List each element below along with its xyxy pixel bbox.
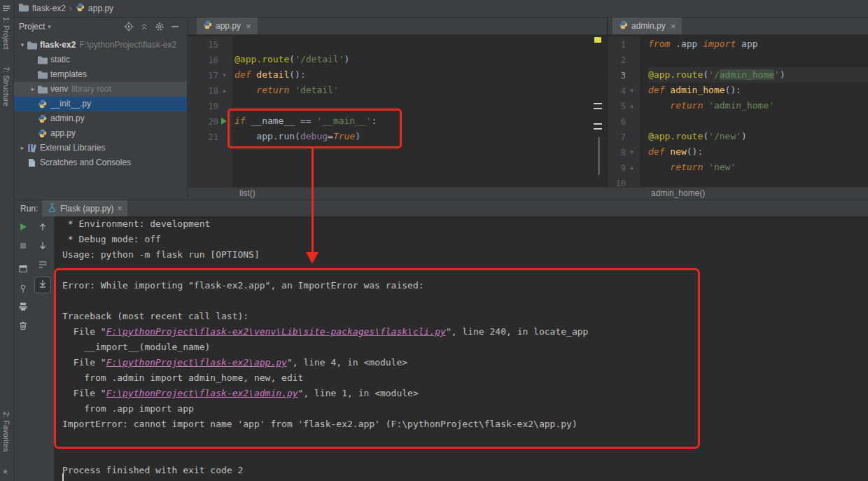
console-file-link[interactable]: F:\pythonProject\flask-ex2\admin.py — [106, 388, 298, 398]
fold-open-icon[interactable]: ▾ — [218, 67, 230, 83]
code-line[interactable]: @app.route('/new') — [648, 129, 868, 144]
console-text: * Debug mode: off — [62, 234, 161, 244]
project-tree: ▾flask-ex2F:\pythonProject\flask-ex2stat… — [13, 36, 187, 170]
breadcrumb-file[interactable]: app.py — [88, 4, 113, 13]
left-editor-breadcrumb[interactable]: list() — [239, 188, 255, 198]
tab-label: app.py — [216, 21, 241, 31]
down-stack-trace-button[interactable] — [35, 239, 50, 255]
console-line: File "F:\pythonProject\flask-ex2\app.py"… — [62, 355, 868, 370]
stop-button[interactable] — [15, 239, 31, 255]
console-line — [62, 263, 868, 278]
code-token: ( — [703, 69, 708, 80]
line-number: 6 — [608, 114, 626, 130]
line-number: 21 — [188, 130, 218, 145]
chevron-open-icon[interactable]: ▾ — [18, 38, 27, 53]
hide-panel-button[interactable] — [169, 20, 181, 33]
console-file-link[interactable]: F:\pythonProject\flask-ex2\venv\Lib\site… — [106, 326, 446, 337]
project-panel-title[interactable]: Project — [19, 22, 45, 32]
code-line[interactable]: from .app import app — [648, 36, 868, 52]
close-tab-icon[interactable]: × — [671, 21, 676, 32]
breadcrumb-project[interactable]: flask-ex2 — [32, 4, 66, 13]
tool-window-favorites[interactable]: 2: Favorites — [2, 412, 10, 452]
tab-app-py[interactable]: app.py × — [197, 18, 258, 34]
console-line: Error: While importing "flask-ex2.app", … — [62, 278, 868, 293]
left-code[interactable]: @app.route('/detail')def detail(): retur… — [232, 36, 607, 187]
right-editor-tabbar: admin.py × — [608, 18, 868, 35]
tree-item-templates[interactable]: templates — [13, 67, 187, 82]
fold-open-icon[interactable]: ▾ — [626, 83, 638, 98]
window-menu-icon[interactable] — [2, 3, 10, 15]
tree-item-external-libraries[interactable]: ▸External Libraries — [13, 141, 187, 155]
fold-close-icon[interactable]: ▴ — [626, 98, 638, 113]
star-icon[interactable]: ★ — [2, 468, 8, 475]
code-line[interactable] — [648, 175, 868, 187]
run-line-icon[interactable] — [218, 113, 230, 129]
stripe-mark[interactable] — [594, 108, 602, 109]
locate-file-button[interactable] — [122, 20, 135, 33]
code-line[interactable]: if __name__ == '__main__': — [234, 113, 607, 129]
right-editor-breadcrumb[interactable]: admin_home() — [651, 188, 705, 198]
stripe-mark[interactable] — [594, 103, 602, 104]
caret-stripe-marker[interactable] — [594, 37, 601, 43]
settings-gear-icon[interactable] — [153, 20, 166, 33]
code-line[interactable]: def new(): — [648, 144, 868, 160]
code-line[interactable]: app.run(debug=True) — [234, 129, 607, 144]
tree-item--init-py[interactable]: __init__.py — [13, 97, 187, 111]
tree-item-app-py[interactable]: app.py — [13, 126, 187, 141]
close-tab-icon[interactable]: × — [246, 21, 251, 32]
code-line[interactable]: return 'new' — [648, 160, 868, 175]
code-line[interactable] — [234, 98, 607, 113]
chevron-down-icon[interactable]: ▾ — [48, 23, 51, 30]
code-line[interactable]: @app.route('/admin_home') — [648, 67, 868, 83]
pin-button[interactable] — [15, 282, 31, 298]
up-stack-trace-button[interactable] — [35, 221, 50, 236]
gutter-spacer — [626, 175, 638, 187]
breadcrumb-separator-icon: › — [69, 4, 72, 13]
soft-wrap-button[interactable] — [35, 258, 50, 274]
collapse-all-button[interactable] — [138, 20, 150, 33]
fold-close-icon[interactable]: ▴ — [218, 83, 230, 98]
tool-window-structure[interactable]: 7: Structure — [2, 67, 10, 106]
code-line[interactable] — [648, 113, 868, 129]
chevron-closed-icon[interactable]: ▸ — [28, 82, 38, 97]
run-tab-flask[interactable]: Flask (app.py) × — [42, 200, 127, 216]
code-line[interactable] — [648, 52, 868, 67]
restore-layout-button[interactable] — [15, 263, 31, 278]
code-line[interactable]: return 'admin_home' — [648, 98, 868, 113]
code-line[interactable]: def detail(): — [234, 67, 607, 83]
code-line[interactable]: def admin_home(): — [648, 83, 868, 98]
tool-window-project[interactable]: 1: Project — [2, 17, 10, 49]
fold-open-icon[interactable]: ▾ — [626, 144, 638, 160]
tree-item-admin-py[interactable]: admin.py — [13, 111, 187, 126]
gutter-spacer — [626, 129, 638, 144]
stripe-mark[interactable] — [594, 123, 602, 125]
code-line[interactable]: return 'detail' — [234, 83, 607, 98]
breadcrumb: flask-ex2 › app.py — [13, 0, 868, 18]
editor-splitter[interactable] — [607, 18, 608, 187]
print-button[interactable] — [15, 300, 31, 316]
stripe-mark[interactable] — [594, 128, 602, 130]
chevron-closed-icon[interactable]: ▸ — [18, 141, 27, 155]
close-tab-icon[interactable]: × — [117, 204, 122, 214]
scroll-to-end-button[interactable] — [35, 277, 50, 293]
clear-console-button[interactable] — [15, 319, 31, 335]
tree-item-scratches-and-consoles[interactable]: Scratches and Consoles — [13, 155, 187, 170]
run-console[interactable]: * Environment: development * Debug mode:… — [55, 216, 868, 481]
right-code[interactable]: from .app import app@app.route('/admin_h… — [640, 36, 868, 187]
editor-scrollbar[interactable] — [598, 137, 600, 175]
console-line: * Environment: development — [62, 216, 868, 232]
tree-item-static[interactable]: static — [13, 53, 187, 67]
tab-admin-py[interactable]: admin.py × — [612, 18, 682, 34]
fold-close-icon[interactable]: ▴ — [626, 160, 638, 175]
code-line[interactable] — [234, 36, 607, 52]
tree-item-venv[interactable]: ▸venvlibrary root — [13, 82, 187, 97]
console-line — [62, 432, 868, 447]
pycharm-window: 1: Project 7: Structure 2: Favorites ★ f… — [0, 0, 868, 481]
rerun-button[interactable] — [15, 221, 31, 236]
code-line[interactable]: @app.route('/detail') — [234, 52, 607, 67]
tree-item-flask-ex2[interactable]: ▾flask-ex2F:\pythonProject\flask-ex2 — [13, 38, 187, 53]
gutter-line: 2 — [608, 52, 640, 67]
console-file-link[interactable]: F:\pythonProject\flask-ex2\app.py — [106, 357, 287, 368]
gutter-spacer — [218, 129, 230, 144]
code-token: @app.route — [648, 131, 703, 141]
